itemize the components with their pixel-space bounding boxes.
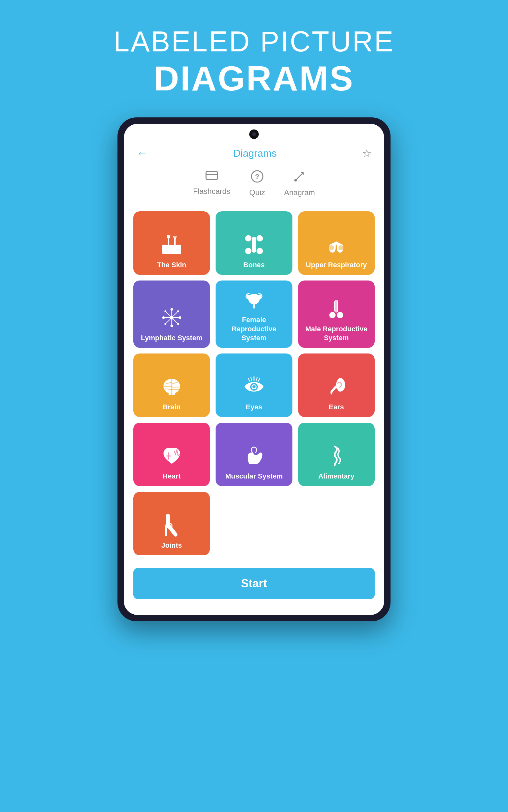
quiz-label: Quiz: [249, 188, 265, 197]
svg-line-53: [248, 379, 250, 381]
anagram-icon: [293, 170, 306, 186]
app-header: ← Diagrams ☆: [133, 139, 375, 165]
svg-point-37: [165, 310, 166, 312]
svg-point-20: [257, 248, 263, 254]
svg-point-23: [338, 245, 343, 250]
svg-line-29: [165, 311, 170, 316]
hero-section: LABELED PICTURE DIAGRAMS: [0, 0, 508, 117]
card-lymphatic[interactable]: Lymphatic System: [133, 281, 210, 348]
card-eyes[interactable]: Eyes: [216, 353, 292, 417]
card-label: Upper Respiratory: [306, 260, 367, 270]
flashcard-icon: [205, 170, 218, 184]
quiz-icon: ?: [251, 170, 263, 186]
svg-line-54: [258, 379, 260, 381]
svg-line-11: [169, 235, 170, 238]
card-male-reproductive[interactable]: Male Reproductive System: [298, 281, 375, 348]
svg-point-38: [177, 310, 179, 312]
card-label: Joints: [161, 541, 182, 550]
svg-point-19: [245, 248, 251, 254]
svg-point-42: [258, 295, 261, 298]
svg-point-33: [170, 308, 173, 311]
card-joints[interactable]: Joints: [133, 492, 210, 555]
tab-flashcards[interactable]: Flashcards: [193, 170, 230, 197]
card-label: Eyes: [246, 403, 262, 412]
card-the-skin[interactable]: The Skin: [133, 211, 210, 275]
card-label: Male Reproductive System: [301, 325, 372, 343]
card-label: Ears: [329, 403, 344, 412]
tab-bar: Flashcards ? Quiz: [133, 165, 375, 205]
start-btn-container: Start: [133, 562, 375, 609]
svg-line-30: [173, 311, 178, 316]
svg-point-22: [329, 245, 334, 250]
card-label: The Skin: [157, 260, 186, 270]
svg-line-9: [167, 235, 168, 238]
svg-point-18: [257, 235, 263, 241]
svg-point-39: [165, 323, 166, 325]
svg-point-55: [167, 523, 172, 528]
card-label: Heart: [163, 472, 181, 481]
tab-anagram[interactable]: Anagram: [284, 170, 315, 197]
card-label: Alimentary: [318, 472, 354, 481]
favorite-button[interactable]: ☆: [362, 147, 372, 159]
svg-point-34: [170, 325, 173, 327]
svg-point-24: [170, 316, 174, 320]
card-label: Bones: [243, 260, 264, 270]
page-title: Diagrams: [234, 148, 277, 159]
start-button[interactable]: Start: [133, 568, 375, 599]
tab-quiz[interactable]: ? Quiz: [249, 170, 265, 197]
hero-line2: DIAGRAMS: [13, 58, 495, 98]
svg-rect-7: [162, 245, 181, 248]
card-alimentary[interactable]: Alimentary: [298, 423, 375, 486]
card-label: Brain: [163, 403, 181, 412]
svg-line-32: [173, 319, 178, 324]
back-button[interactable]: ←: [136, 147, 148, 160]
svg-line-52: [256, 377, 257, 381]
card-bones[interactable]: Bones: [216, 211, 292, 275]
svg-line-15: [176, 236, 176, 239]
card-upper-respiratory[interactable]: Upper Respiratory: [298, 211, 375, 275]
svg-point-5: [294, 179, 297, 182]
card-female-reproductive[interactable]: Female Reproductive System: [216, 281, 292, 348]
svg-point-45: [337, 312, 343, 318]
svg-rect-46: [335, 300, 337, 313]
svg-point-49: [252, 385, 256, 388]
card-label: Muscular System: [225, 472, 283, 481]
anagram-label: Anagram: [284, 188, 315, 197]
card-muscular[interactable]: Muscular System: [216, 423, 292, 486]
svg-rect-21: [252, 237, 256, 252]
diagrams-grid: The Skin Bones: [133, 205, 375, 562]
svg-line-51: [251, 377, 252, 381]
card-brain[interactable]: Brain: [133, 353, 210, 417]
svg-line-4: [296, 173, 303, 180]
hero-line1: LABELED PICTURE: [13, 26, 495, 58]
svg-point-35: [162, 316, 165, 319]
phone-camera: [249, 130, 259, 139]
svg-line-13: [174, 236, 174, 239]
svg-text:?: ?: [255, 173, 259, 181]
card-label: Female Reproductive System: [219, 316, 289, 343]
svg-point-17: [245, 235, 251, 241]
svg-line-31: [165, 319, 170, 324]
svg-point-44: [329, 312, 336, 318]
card-label: Lymphatic System: [141, 334, 203, 343]
flashcards-label: Flashcards: [193, 187, 230, 196]
card-heart[interactable]: Heart: [133, 423, 210, 486]
phone-frame: ← Diagrams ☆ Flashcards: [118, 117, 390, 621]
card-ears[interactable]: Ears: [298, 353, 375, 417]
svg-point-41: [247, 295, 250, 298]
svg-point-40: [177, 323, 179, 325]
phone-screen: ← Diagrams ☆ Flashcards: [124, 124, 384, 615]
svg-point-36: [179, 316, 181, 319]
app-content: ← Diagrams ☆ Flashcards: [124, 139, 384, 615]
svg-rect-0: [206, 171, 217, 180]
